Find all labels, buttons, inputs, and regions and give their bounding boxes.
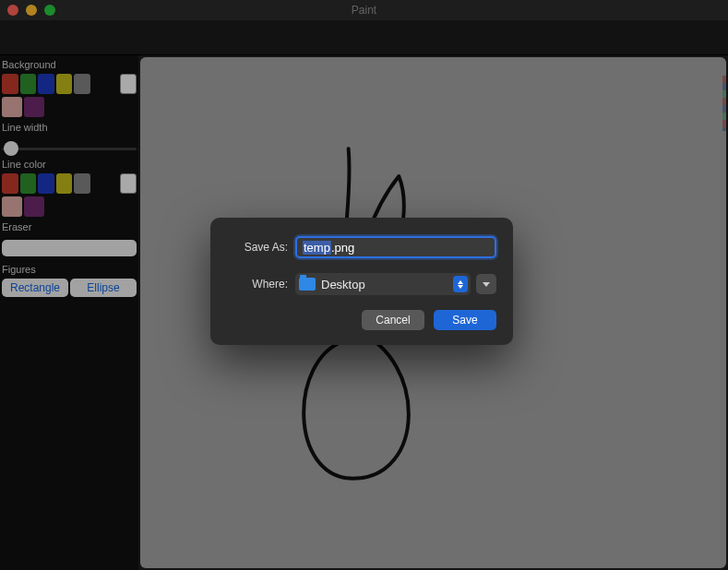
traffic-lights [0,5,55,16]
color-swatch[interactable] [2,74,18,94]
color-swatch[interactable] [2,173,18,194]
color-swatch[interactable] [20,173,37,194]
color-swatch[interactable] [2,196,22,217]
save-button[interactable]: Save [434,310,496,330]
ellipse-button[interactable]: Ellipse [70,279,137,297]
background-label: Background [0,57,138,74]
zoom-window-button[interactable] [44,5,55,16]
where-label: Where: [227,278,288,291]
minimize-window-button[interactable] [26,5,37,16]
color-swatch[interactable] [56,74,73,94]
figure-buttons: Rectangle Ellipse [0,279,138,297]
background-swatches-row2 [0,97,138,120]
color-swatch[interactable] [2,97,22,117]
color-swatch[interactable] [38,74,54,94]
save-dialog: Save As: temp.png Where: Desktop [210,218,513,345]
save-as-label: Save As: [227,241,288,254]
toolbar [0,20,728,55]
background-swatches-row1 [0,74,138,97]
window-title: Paint [352,4,376,17]
color-swatch-white[interactable] [120,74,137,94]
where-controls: Desktop [295,273,496,295]
line-width-slider[interactable] [0,137,138,157]
ruler-icon [722,76,726,131]
where-select[interactable]: Desktop [295,273,471,295]
color-swatch[interactable] [24,97,44,117]
chevron-down-icon [483,282,490,287]
eraser-label: Eraser [0,220,138,236]
eraser-size-control[interactable] [2,240,137,256]
slider-thumb[interactable] [4,141,18,156]
app-window: Paint Background Line width Lin [0,0,728,570]
color-swatch[interactable] [38,173,54,194]
color-swatch[interactable] [24,196,44,217]
close-window-button[interactable] [7,5,18,16]
titlebar: Paint [0,0,728,20]
filename-selected: temp [303,241,331,255]
line-color-swatches-row2 [0,196,138,220]
color-swatch[interactable] [74,74,90,94]
line-color-label: Line color [0,157,138,173]
dialog-actions: Cancel Save [227,310,496,330]
folder-icon [299,278,316,291]
save-as-input[interactable]: temp.png [295,236,496,258]
slider-track [2,148,137,150]
where-value: Desktop [321,278,365,291]
sidebar: Background Line width Line color [0,55,138,570]
line-width-label: Line width [0,120,138,137]
cancel-button[interactable]: Cancel [362,310,424,330]
figures-label: Figures [0,262,138,279]
expand-browser-button[interactable] [476,274,496,294]
color-swatch[interactable] [20,74,37,94]
color-swatch[interactable] [74,173,90,194]
filename-extension: .png [331,241,354,255]
line-color-swatches-row1 [0,173,138,196]
rectangle-button[interactable]: Rectangle [2,279,68,297]
color-swatch-white[interactable] [120,173,137,194]
updown-stepper-icon [453,276,468,292]
color-swatch[interactable] [56,173,73,194]
